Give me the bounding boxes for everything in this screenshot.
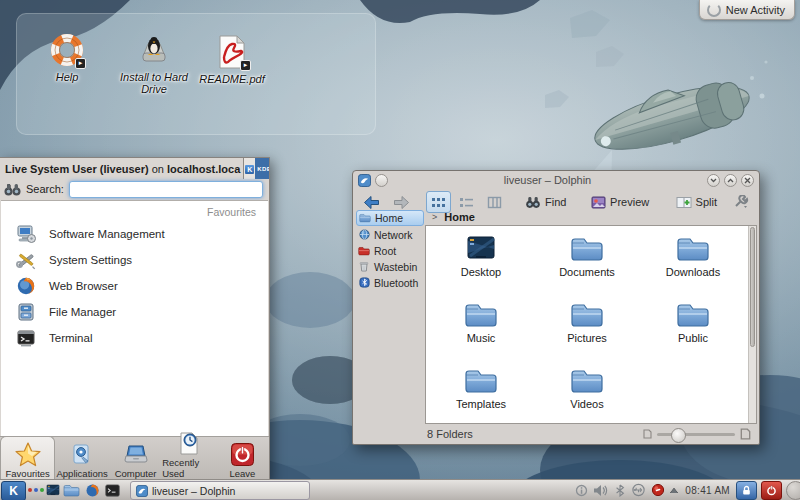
klipper-clipboard-icon[interactable] bbox=[574, 483, 589, 498]
device-notifier-usb-icon[interactable] bbox=[631, 483, 646, 498]
dolphin-app-icon bbox=[358, 174, 371, 187]
tab-applications[interactable]: Applications bbox=[55, 437, 108, 481]
kickoff-favourites-panel: Favourites Software Management bbox=[1, 200, 268, 436]
menu-item-label: Terminal bbox=[49, 332, 92, 344]
folder-pictures[interactable]: Pictures bbox=[534, 296, 640, 362]
tray-expander-icon[interactable] bbox=[669, 483, 679, 498]
dolphin-statusbar: 8 Folders bbox=[355, 425, 757, 443]
leave-button[interactable] bbox=[761, 481, 782, 500]
kde-logo-icon: K bbox=[245, 165, 254, 174]
close-button[interactable] bbox=[741, 174, 754, 187]
breadcrumb-chevron[interactable]: > bbox=[432, 212, 437, 222]
power-icon bbox=[766, 485, 777, 496]
updates-notifier-icon[interactable] bbox=[650, 483, 665, 498]
quicklaunch-home-folder-icon[interactable] bbox=[63, 482, 80, 498]
place-root[interactable]: Root bbox=[356, 243, 424, 258]
folder-music[interactable]: Music bbox=[428, 296, 534, 362]
breadcrumb[interactable]: > Home bbox=[425, 209, 757, 224]
zoom-slider[interactable] bbox=[657, 433, 735, 436]
task-button-dolphin[interactable]: liveuser – Dolphin bbox=[130, 481, 310, 500]
tab-computer[interactable]: Computer bbox=[109, 437, 162, 481]
menu-item-file-manager[interactable]: File Manager bbox=[1, 299, 268, 325]
leave-power-icon bbox=[230, 441, 255, 467]
folder-videos[interactable]: Videos bbox=[534, 362, 640, 428]
task-label: liveuser – Dolphin bbox=[152, 485, 235, 497]
search-input[interactable] bbox=[69, 181, 263, 198]
preview-label: Preview bbox=[610, 196, 649, 208]
applications-icon bbox=[70, 441, 94, 467]
host-name: localhost.loca bbox=[167, 159, 240, 179]
place-network[interactable]: Network bbox=[356, 227, 424, 242]
vertical-scrollbar[interactable] bbox=[748, 226, 756, 423]
place-label: Network bbox=[374, 229, 413, 241]
breadcrumb-home[interactable]: Home bbox=[444, 211, 475, 223]
desktop-icon-install[interactable]: Install to Hard Drive bbox=[109, 31, 199, 95]
menu-item-software-management[interactable]: Software Management bbox=[1, 221, 268, 247]
place-bluetooth[interactable]: Bluetooth bbox=[356, 275, 424, 290]
columns-view-icon bbox=[487, 196, 502, 209]
scrollbar-thumb[interactable] bbox=[750, 227, 755, 347]
system-tray: 08:41 AM bbox=[574, 480, 800, 500]
search-label: Search: bbox=[26, 183, 64, 195]
preview-image-icon bbox=[591, 196, 606, 209]
quicklaunch-firefox-icon[interactable] bbox=[84, 482, 101, 498]
tab-favourites[interactable]: Favourites bbox=[0, 436, 55, 481]
terminal-icon bbox=[16, 328, 36, 348]
application-launcher-button[interactable]: K bbox=[1, 481, 26, 500]
dolphin-titlebar[interactable]: liveuser – Dolphin bbox=[353, 171, 759, 189]
places-panel: Home Network bbox=[355, 209, 425, 424]
window-menu-button[interactable] bbox=[375, 174, 388, 187]
star-icon bbox=[15, 441, 41, 467]
new-activity-button[interactable]: New Activity bbox=[699, 0, 795, 20]
quicklaunch-desktop-icon[interactable] bbox=[44, 482, 61, 498]
pager-dots-icon[interactable] bbox=[28, 488, 44, 492]
menu-item-system-settings[interactable]: System Settings bbox=[1, 247, 268, 273]
folder-view-area: > Home Desktop Documents Downloads bbox=[425, 209, 757, 424]
folder-icon bbox=[676, 235, 710, 263]
folder-templates[interactable]: Templates bbox=[428, 362, 534, 428]
desktop-icon-label: README.pdf bbox=[199, 73, 264, 85]
folder-icon bbox=[676, 301, 710, 329]
volume-icon[interactable] bbox=[593, 483, 608, 498]
zoom-out-page-icon bbox=[643, 429, 652, 439]
folder-icon bbox=[464, 367, 498, 395]
favourites-section-label: Favourites bbox=[1, 201, 268, 221]
split-label: Split bbox=[696, 196, 717, 208]
file-manager-icon bbox=[16, 302, 36, 322]
quicklaunch-terminal-icon[interactable] bbox=[104, 482, 121, 498]
digital-clock[interactable]: 08:41 AM bbox=[685, 485, 730, 496]
menu-item-web-browser[interactable]: Web Browser bbox=[1, 273, 268, 299]
lock-icon bbox=[741, 485, 752, 496]
zoom-slider-knob[interactable] bbox=[671, 428, 686, 443]
desktop-icon-label: Help bbox=[56, 71, 79, 83]
kde-k-logo: K bbox=[9, 484, 18, 498]
place-home[interactable]: Home bbox=[356, 210, 424, 226]
panel-toolbox-cashew[interactable] bbox=[786, 481, 800, 500]
folder-downloads[interactable]: Downloads bbox=[640, 230, 746, 296]
folder-public[interactable]: Public bbox=[640, 296, 746, 362]
folder-grid: Desktop Documents Downloads Music bbox=[425, 225, 757, 424]
maximize-button[interactable] bbox=[724, 174, 737, 187]
install-to-hard-drive-icon bbox=[135, 31, 173, 69]
network-globe-icon bbox=[358, 229, 370, 241]
recent-document-clock-icon bbox=[177, 431, 201, 456]
place-label: Home bbox=[375, 212, 403, 224]
place-label: Bluetooth bbox=[374, 277, 418, 289]
place-wastebin[interactable]: Wastebin bbox=[356, 259, 424, 274]
folder-documents[interactable]: Documents bbox=[534, 230, 640, 296]
dolphin-window: liveuser – Dolphin bbox=[352, 170, 760, 445]
bluetooth-tray-icon[interactable] bbox=[612, 483, 627, 498]
menu-item-terminal[interactable]: Terminal bbox=[1, 325, 268, 351]
lock-screen-button[interactable] bbox=[736, 481, 757, 500]
home-folder-icon bbox=[359, 212, 371, 224]
desktop-icon-help[interactable]: ▸ Help bbox=[35, 31, 99, 83]
folder-desktop[interactable]: Desktop bbox=[428, 230, 534, 296]
place-label: Wastebin bbox=[374, 261, 417, 273]
desktop-icon-label: Install to Hard Drive bbox=[109, 71, 199, 95]
system-settings-icon bbox=[16, 250, 36, 270]
tab-recently-used[interactable]: Recently Used bbox=[162, 437, 215, 481]
tab-leave[interactable]: Leave bbox=[216, 437, 269, 481]
desktop-icon-readme[interactable]: ▸ README.pdf bbox=[197, 33, 267, 85]
minimize-button[interactable] bbox=[707, 174, 720, 187]
folder-icon bbox=[570, 367, 604, 395]
